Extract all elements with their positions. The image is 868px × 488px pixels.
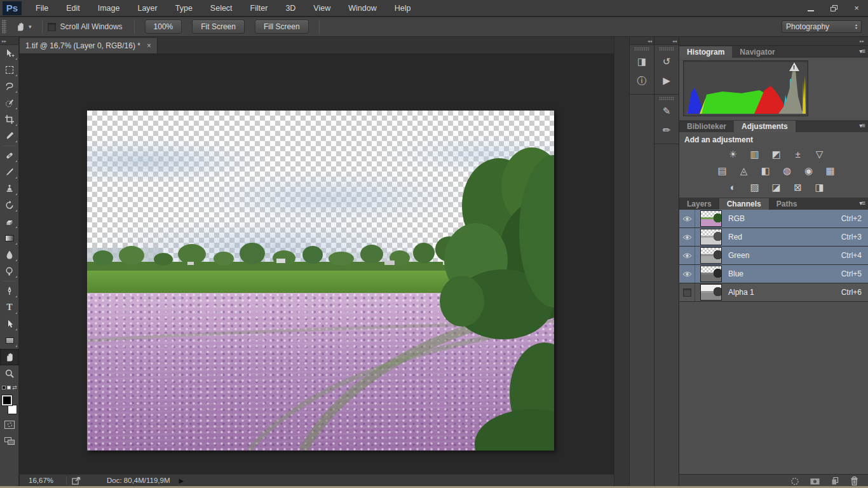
cached-data-warning-icon[interactable]: ! bbox=[789, 62, 799, 71]
spot-healing-brush-tool[interactable] bbox=[0, 147, 19, 164]
panel-grip[interactable] bbox=[659, 97, 674, 100]
screen-mode-button[interactable] bbox=[0, 433, 19, 449]
channel-row-red[interactable]: Red Ctrl+3 bbox=[679, 228, 868, 247]
collapse-panels-chevron[interactable]: ◂◂ bbox=[630, 37, 654, 45]
color-lookup-icon[interactable]: ▦ bbox=[822, 165, 838, 177]
zoom-100-button[interactable]: 100% bbox=[145, 20, 182, 34]
info-panel-icon[interactable]: ⓘ bbox=[630, 71, 654, 90]
crop-tool[interactable] bbox=[0, 111, 19, 128]
tab-layers[interactable]: Layers bbox=[679, 198, 719, 210]
channel-thumbnail[interactable] bbox=[700, 266, 722, 282]
brush-panel-icon[interactable]: ✎ bbox=[654, 102, 679, 121]
channel-row-rgb[interactable]: RGB Ctrl+2 bbox=[679, 210, 868, 228]
vibrance-icon[interactable]: ▽ bbox=[811, 148, 827, 160]
blur-tool[interactable] bbox=[0, 247, 19, 263]
menu-filter[interactable]: Filter bbox=[241, 0, 277, 17]
default-swap-colors[interactable]: ⇄ bbox=[0, 382, 19, 393]
document-tab[interactable]: 1.tif @ 16,7% (Layer 0, RGB/16) * × bbox=[20, 38, 158, 53]
menu-view[interactable]: View bbox=[304, 0, 339, 17]
delete-channel-button[interactable] bbox=[850, 476, 859, 486]
menu-select[interactable]: Select bbox=[201, 0, 241, 17]
channel-thumbnail[interactable] bbox=[700, 284, 722, 301]
channel-mixer-icon[interactable]: ◉ bbox=[801, 165, 817, 177]
status-flyout-icon[interactable]: ▶ bbox=[179, 477, 184, 484]
channel-thumbnail[interactable] bbox=[700, 210, 722, 227]
zoom-tool[interactable] bbox=[0, 365, 19, 382]
threshold-icon[interactable]: ◪ bbox=[768, 181, 784, 193]
save-selection-as-channel-button[interactable] bbox=[810, 477, 820, 486]
brush-tool[interactable] bbox=[0, 164, 19, 180]
menu-3d[interactable]: 3D bbox=[276, 0, 304, 17]
visibility-toggle[interactable] bbox=[679, 265, 695, 283]
gradient-tool[interactable] bbox=[0, 230, 19, 247]
path-selection-tool[interactable] bbox=[0, 316, 19, 332]
panel-menu-icon[interactable]: ▾≡ bbox=[859, 48, 865, 55]
visibility-toggle[interactable] bbox=[679, 210, 695, 227]
panel-grip[interactable] bbox=[659, 47, 674, 51]
fill-screen-button[interactable]: Fill Screen bbox=[255, 20, 309, 34]
eyedropper-tool[interactable] bbox=[0, 128, 19, 144]
minimize-button[interactable] bbox=[799, 0, 822, 17]
visibility-toggle[interactable] bbox=[679, 247, 695, 264]
menu-help[interactable]: Help bbox=[386, 0, 420, 17]
quick-selection-tool[interactable] bbox=[0, 95, 19, 111]
levels-icon[interactable]: ▥ bbox=[747, 148, 763, 160]
type-tool[interactable]: T bbox=[0, 299, 19, 316]
canvas-image[interactable] bbox=[87, 111, 554, 451]
rectangle-tool[interactable] bbox=[0, 332, 19, 349]
history-panel-icon[interactable]: ↺ bbox=[654, 52, 679, 71]
workspace-switcher[interactable]: Photography ▴ ▾ bbox=[782, 20, 862, 33]
rectangular-marquee-tool[interactable] bbox=[0, 62, 19, 78]
menu-file[interactable]: File bbox=[27, 0, 57, 17]
tab-histogram[interactable]: Histogram bbox=[679, 46, 732, 58]
channel-row-alpha-1[interactable]: Alpha 1 Ctrl+6 bbox=[679, 283, 868, 302]
status-zoom-field[interactable]: 16,67% bbox=[20, 477, 61, 484]
color-balance-icon[interactable]: ◬ bbox=[736, 165, 752, 177]
exposure-icon[interactable]: ± bbox=[790, 148, 806, 160]
hue-saturation-icon[interactable]: ▤ bbox=[714, 165, 730, 177]
menu-layer[interactable]: Layer bbox=[128, 0, 166, 17]
actions-panel-icon[interactable]: ▶ bbox=[654, 71, 679, 90]
tab-navigator[interactable]: Navigator bbox=[732, 46, 782, 58]
menu-edit[interactable]: Edit bbox=[57, 0, 89, 17]
curves-icon[interactable]: ◩ bbox=[768, 148, 784, 160]
black-white-icon[interactable]: ◧ bbox=[757, 165, 773, 177]
history-brush-tool[interactable] bbox=[0, 197, 19, 214]
hand-tool[interactable] bbox=[0, 349, 19, 365]
pasteboard[interactable] bbox=[20, 53, 614, 474]
panel-menu-icon[interactable]: ▾≡ bbox=[859, 200, 865, 207]
selective-color-icon[interactable]: ◨ bbox=[811, 181, 827, 193]
export-arrow-icon[interactable] bbox=[72, 477, 81, 485]
options-bar-grip[interactable] bbox=[2, 20, 6, 34]
lasso-tool[interactable] bbox=[0, 78, 19, 95]
posterize-icon[interactable]: ▨ bbox=[747, 181, 763, 193]
dock-collapse-chevron[interactable]: ▸▸ bbox=[679, 37, 868, 46]
panel-menu-icon[interactable]: ▾≡ bbox=[859, 122, 865, 129]
tab-biblioteker[interactable]: Biblioteker bbox=[679, 121, 734, 132]
eraser-tool[interactable] bbox=[0, 214, 19, 230]
tab-channels[interactable]: Channels bbox=[719, 198, 769, 210]
pen-tool[interactable] bbox=[0, 283, 19, 299]
restore-button[interactable] bbox=[822, 0, 845, 17]
move-tool[interactable] bbox=[0, 45, 19, 62]
menu-window[interactable]: Window bbox=[339, 0, 385, 17]
new-channel-button[interactable] bbox=[830, 476, 840, 486]
menu-type[interactable]: Type bbox=[166, 0, 201, 17]
brightness-contrast-icon[interactable]: ☀ bbox=[725, 148, 741, 160]
tools-panel-collapse[interactable]: ▸▸ bbox=[0, 37, 18, 45]
dodge-tool[interactable] bbox=[0, 263, 19, 280]
channel-thumbnail[interactable] bbox=[700, 247, 722, 264]
fit-screen-button[interactable]: Fit Screen bbox=[192, 20, 245, 34]
gradient-map-icon[interactable]: ⊠ bbox=[790, 181, 806, 193]
clone-stamp-tool[interactable] bbox=[0, 180, 19, 197]
collapse-panels-chevron[interactable]: ◂◂ bbox=[654, 37, 679, 45]
foreground-background-colors[interactable] bbox=[0, 393, 19, 416]
tab-close-icon[interactable]: × bbox=[147, 41, 151, 50]
close-button[interactable]: × bbox=[845, 0, 868, 17]
current-tool-preview[interactable]: ▾ bbox=[10, 22, 37, 32]
color-panel-icon[interactable]: ◨ bbox=[630, 52, 654, 71]
channel-thumbnail[interactable] bbox=[700, 229, 722, 245]
channel-row-green[interactable]: Green Ctrl+4 bbox=[679, 247, 868, 265]
channel-row-blue[interactable]: Blue Ctrl+5 bbox=[679, 265, 868, 283]
panel-grip[interactable] bbox=[634, 47, 649, 51]
